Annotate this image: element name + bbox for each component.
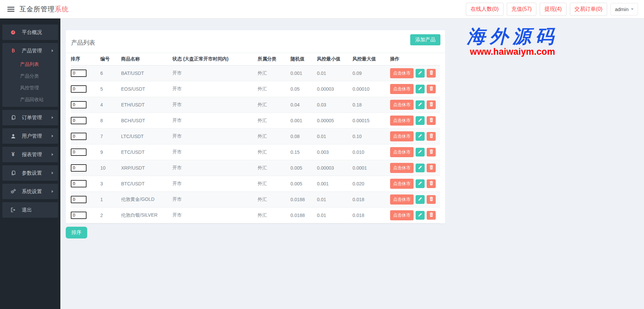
edit-button[interactable] [416,164,425,172]
sidebar-subitem-product-category[interactable]: 产品分类 [2,70,58,82]
risk-max-cell: 0.010 [353,144,390,160]
product-id-cell: 5 [100,81,121,97]
sidebar-item-system-settings[interactable]: 系统设置 [2,184,58,199]
delete-button[interactable] [427,85,436,93]
actions-cell-wrap: 点击休市 [390,97,440,113]
delete-button[interactable] [427,179,436,188]
category-cell: 外汇 [258,144,290,160]
delete-button[interactable] [427,116,436,125]
product-id-cell: 2 [100,207,121,223]
sidebar-item-label: 产品管理 [22,48,42,54]
risk-min-cell: 0.01 [317,65,353,81]
edit-button[interactable] [416,116,425,125]
sidebar-item-parameter-settings[interactable]: 参数设置 [2,165,58,181]
files-icon [10,170,16,176]
delete-button[interactable] [427,132,436,141]
row-actions: 点击休市 [390,160,439,176]
sidebar-subitem-product-recycle-bin[interactable]: 产品回收站 [2,94,58,105]
edit-button[interactable] [416,211,425,220]
row-actions: 点击休市 [390,65,439,81]
delete-button[interactable] [427,164,436,172]
sort-order-input[interactable] [71,133,87,140]
actions-cell-wrap: 点击休市 [390,176,440,191]
main-content: 产品列表 添加产品 排序编号商品名称状态 (大盘正常开市时间内)所属分类随机值风… [60,18,644,309]
close-market-button[interactable]: 点击休市 [390,163,414,173]
close-market-button[interactable]: 点击休市 [390,147,414,157]
close-market-button[interactable]: 点击休市 [390,84,414,94]
user-icon [10,134,16,139]
admin-user-menu[interactable]: admin [610,3,638,15]
edit-button[interactable] [416,85,425,93]
risk-min-cell: 0.00003 [317,160,353,176]
table-row-product-2: 2伦敦白银/SILVER开市外汇0.01880.010.018点击休市 [71,207,440,223]
sort-order-input[interactable] [71,70,87,77]
sidebar-item-platform-overview[interactable]: 平台概况 [2,25,58,40]
sidebar-subitem-product-list[interactable]: 产品列表 [2,58,58,70]
random-value-cell: 0.001 [290,65,317,81]
column-header-7: 风控最大值 [353,53,390,65]
delete-button[interactable] [427,148,436,157]
edit-button[interactable] [416,69,425,78]
sidebar-item-product-management[interactable]: 产品管理 [2,43,58,58]
pencil-icon [418,102,422,107]
status-cell: 开市 [172,81,258,97]
sort-order-input[interactable] [71,101,87,108]
delete-button[interactable] [427,100,436,109]
trash-icon [429,133,433,139]
category-cell: 外汇 [258,160,290,176]
chevron-right-icon [52,172,53,174]
sort-order-input[interactable] [71,117,87,124]
sort-order-input[interactable] [71,148,87,156]
risk-min-cell: 0.03 [317,97,353,113]
close-market-button[interactable]: 点击休市 [390,179,414,189]
chevron-right-icon [52,190,53,193]
status-cell: 开市 [172,207,258,223]
sidebar-item-logout[interactable]: 退出 [2,202,58,218]
table-row-product-5: 5EOS/USDT开市外汇0.050.000030.00010点击休市 [71,81,440,97]
product-list-card: 产品列表 添加产品 排序编号商品名称状态 (大盘正常开市时间内)所属分类随机值风… [66,30,445,223]
sort-order-input[interactable] [71,180,87,187]
table-row-product-7: 7LTC/USDT开市外汇0.080.010.10点击休市 [71,128,440,144]
sort-order-input[interactable] [71,196,87,203]
product-id-cell: 9 [100,144,121,160]
hamburger-menu-icon[interactable] [7,6,14,13]
header-stat-button-withdraw[interactable]: 提现(4) [540,3,567,16]
sidebar-item-user-management[interactable]: 用户管理 [2,128,58,144]
edit-button[interactable] [416,100,425,109]
edit-button[interactable] [416,179,425,188]
sort-order-input[interactable] [71,212,87,219]
header-stat-button-trade-orders[interactable]: 交易订单(0) [570,3,607,16]
sort-submit-button[interactable]: 排序 [66,227,87,238]
close-market-button[interactable]: 点击休市 [390,68,414,78]
header-stat-button-online-users[interactable]: 在线人数(0) [466,3,503,16]
risk-max-cell: 0.0001 [353,160,390,176]
close-market-button[interactable]: 点击休市 [390,116,414,126]
sort-cell [71,81,100,97]
product-id-cell: 4 [100,97,121,113]
sidebar-subitem-risk-management[interactable]: 风控管理 [2,82,58,94]
sidebar-item-order-management[interactable]: 订单管理 [2,110,58,125]
close-market-button[interactable]: 点击休市 [390,194,414,205]
add-product-button[interactable]: 添加产品 [410,34,440,45]
trash-icon [429,70,433,76]
delete-button[interactable] [427,211,436,220]
close-market-button[interactable]: 点击休市 [390,100,414,110]
close-market-button[interactable]: 点击休市 [390,210,414,220]
sort-order-input[interactable] [71,164,87,172]
delete-button[interactable] [427,69,436,78]
sort-order-input[interactable] [71,85,87,93]
close-market-button[interactable]: 点击休市 [390,131,414,141]
status-cell: 开市 [172,144,258,160]
sort-cell [71,191,100,207]
random-value-cell: 0.0188 [290,207,317,223]
category-cell: 外汇 [258,207,290,223]
status-cell: 开市 [172,97,258,113]
edit-button[interactable] [416,148,425,157]
row-actions: 点击休市 [390,208,439,223]
header-stat-button-recharge[interactable]: 充值(57) [507,3,536,16]
edit-button[interactable] [416,132,425,141]
delete-button[interactable] [427,195,436,204]
sort-cell [71,176,100,191]
edit-button[interactable] [416,195,425,204]
sidebar-item-report-management[interactable]: ¥报表管理 [2,147,58,162]
